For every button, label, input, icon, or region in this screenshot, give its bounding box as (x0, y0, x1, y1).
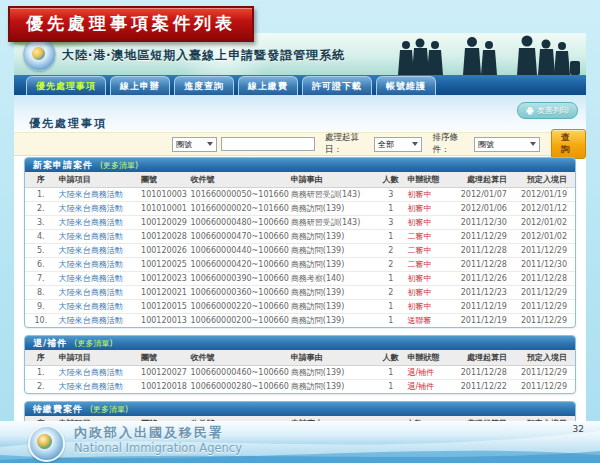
tab-account-maintain[interactable]: 帳號維護 (376, 76, 436, 95)
cell-group-no: 100120027 (139, 366, 188, 380)
cell-reason: 商務訪問(139) (289, 244, 377, 258)
cell-status: 初審中 (405, 188, 452, 202)
col-header-receipt-no: 收件號 (189, 350, 289, 366)
section-header: 退/補件 (更多清單) (25, 336, 575, 350)
col-header-entry-date: 預定入境日 (515, 172, 575, 188)
col-header-reason: 申請事由 (289, 350, 377, 366)
table-row: 2.大陸來台商務活動100120018100660000280~10066000… (25, 380, 575, 394)
cell-apply-item[interactable]: 大陸來台商務活動 (57, 244, 139, 258)
table-row: 8.大陸來台商務活動100120021100660000360~10066000… (25, 286, 575, 300)
cell-seq: 5. (25, 244, 57, 258)
tab-progress-query[interactable]: 進度查詢 (174, 76, 234, 95)
cell-status: 初審中 (405, 300, 452, 314)
cell-apply-item[interactable]: 大陸來台商務活動 (57, 216, 139, 230)
tables-area: 新案申請案件 (更多清單) 序申請項目團號收件號申請事由人數申辦狀態處理起算日預… (24, 157, 576, 463)
cell-status: 初審中 (405, 202, 452, 216)
cell-apply-item[interactable]: 大陸來台商務活動 (57, 286, 139, 300)
slide-footer: 內政部入出國及移民署 National Immigration Agency 3… (0, 421, 600, 463)
cell-receipt-no: 100660000280~100660000280 (189, 380, 289, 394)
col-header-count: 人數 (376, 350, 405, 366)
chevron-down-icon (412, 142, 418, 146)
tab-online-payment[interactable]: 線上繳費 (238, 76, 298, 95)
cell-seq: 9. (25, 300, 57, 314)
cell-reason: 商務研習受訓(143) (289, 188, 377, 202)
col-header-group-no: 團號 (139, 172, 188, 188)
cell-receipt-no: 100660000220~100660000220 (189, 300, 289, 314)
process-date-value: 全部 (378, 139, 394, 150)
cell-status: 送聯審 (405, 314, 452, 328)
section-title: 待繳費案件 (33, 403, 83, 416)
cell-apply-item[interactable]: 大陸來台商務活動 (57, 202, 139, 216)
col-header-status: 申辦狀態 (405, 350, 452, 366)
cell-entry-date: 2012/01/19 (515, 188, 575, 202)
new-applications-table: 序申請項目團號收件號申請事由人數申辦狀態處理起算日預定入境日1.大陸來台商務活動… (25, 172, 575, 327)
table-row: 4.大陸來台商務活動100120028100660000470~10066000… (25, 230, 575, 244)
friendly-print-button[interactable]: 友善列印 (517, 102, 578, 119)
process-date-select[interactable]: 全部 (374, 137, 423, 152)
cell-apply-item[interactable]: 大陸來台商務活動 (57, 188, 139, 202)
cell-group-no: 100120018 (139, 380, 188, 394)
cell-reason: 商務訪問(139) (289, 300, 377, 314)
cell-process-date: 2012/01/07 (452, 188, 515, 202)
cell-reason: 商務訪問(139) (289, 314, 377, 328)
new-applications-section: 新案申請案件 (更多清單) 序申請項目團號收件號申請事由人數申辦狀態處理起算日預… (24, 157, 576, 328)
table-row: 1.大陸來台商務活動100120027100660000460~10066000… (25, 366, 575, 380)
cell-entry-date: 2011/12/28 (515, 272, 575, 286)
chevron-down-icon (530, 142, 536, 146)
section-header: 待繳費案件 (更多清單) (25, 402, 575, 416)
cell-seq: 2. (25, 380, 57, 394)
cell-apply-item[interactable]: 大陸來台商務活動 (57, 366, 139, 380)
tab-online-apply[interactable]: 線上申辦 (110, 76, 170, 95)
cell-status: 初審中 (405, 286, 452, 300)
col-header-seq: 序 (25, 172, 57, 188)
col-header-group-no: 團號 (139, 350, 188, 366)
more-list-link[interactable]: (更多清單) (90, 404, 128, 415)
cell-receipt-no: 100660000470~100660000470 (189, 230, 289, 244)
cell-group-no: 100120029 (139, 216, 188, 230)
cell-count: 2 (376, 258, 405, 272)
col-header-apply-item: 申請項目 (57, 350, 139, 366)
org-name-zh: 內政部入出國及移民署 (74, 425, 242, 441)
cell-apply-item[interactable]: 大陸來台商務活動 (57, 380, 139, 394)
more-list-link[interactable]: (更多清單) (100, 160, 138, 171)
keyword-input[interactable] (221, 137, 315, 151)
cell-count: 3 (376, 216, 405, 230)
cell-receipt-no: 101660000020~101660000020 (189, 202, 289, 216)
cell-status: 二審中 (405, 258, 452, 272)
cell-process-date: 2011/12/29 (452, 230, 515, 244)
cell-apply-item[interactable]: 大陸來台商務活動 (57, 314, 139, 328)
cell-count: 1 (376, 380, 405, 394)
cell-receipt-no: 100660000480~100660000500 (189, 216, 289, 230)
cell-count: 1 (376, 366, 405, 380)
cell-receipt-no: 100660000440~100660000450 (189, 244, 289, 258)
cell-status: 二審中 (405, 230, 452, 244)
table-row: 9.大陸來台商務活動100120015100660000220~10066000… (25, 300, 575, 314)
cell-process-date: 2011/12/30 (452, 216, 515, 230)
cell-process-date: 2011/12/19 (452, 314, 515, 328)
sort-label: 排序條件： (432, 132, 469, 156)
cell-entry-date: 2011/12/30 (515, 258, 575, 272)
cell-apply-item[interactable]: 大陸來台商務活動 (57, 272, 139, 286)
search-button[interactable]: 查詢 (551, 129, 586, 159)
cell-receipt-no: 100660000460~100660000460 (189, 366, 289, 380)
cell-apply-item[interactable]: 大陸來台商務活動 (57, 258, 139, 272)
search-field-select[interactable]: 團號 (172, 137, 217, 152)
sort-select[interactable]: 團號 (474, 137, 540, 152)
cell-entry-date: 2011/12/29 (515, 314, 575, 328)
cell-group-no: 100120025 (139, 258, 188, 272)
cell-count: 1 (376, 314, 405, 328)
cell-apply-item[interactable]: 大陸來台商務活動 (57, 230, 139, 244)
cell-seq: 7. (25, 272, 57, 286)
cell-receipt-no: 100660000200~100660000200 (189, 314, 289, 328)
more-list-link[interactable]: (更多清單) (74, 338, 112, 349)
cell-reason: 商務訪問(139) (289, 286, 377, 300)
cell-receipt-no: 100660000420~100660000430 (189, 258, 289, 272)
col-header-reason: 申請事由 (289, 172, 377, 188)
cell-count: 1 (376, 300, 405, 314)
cell-group-no: 100120028 (139, 230, 188, 244)
tab-priority-items[interactable]: 優先處理事項 (26, 76, 106, 95)
cell-count: 2 (376, 244, 405, 258)
cell-apply-item[interactable]: 大陸來台商務活動 (57, 300, 139, 314)
section-title: 新案申請案件 (33, 159, 93, 172)
tab-permit-download[interactable]: 許可證下載 (302, 76, 372, 95)
